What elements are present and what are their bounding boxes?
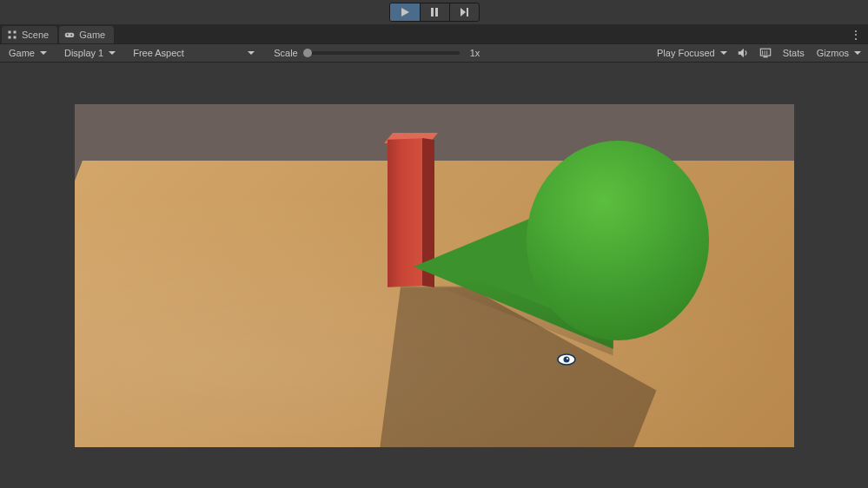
svg-rect-12 (68, 34, 69, 36)
play-icon (400, 7, 410, 17)
svg-rect-7 (9, 36, 11, 39)
chevron-down-icon (720, 51, 727, 55)
pause-button[interactable] (420, 3, 449, 21)
tab-game-label: Game (79, 30, 105, 40)
game-view[interactable] (75, 104, 794, 447)
svg-rect-6 (14, 31, 17, 34)
monitor-icon (759, 47, 772, 59)
play-mode-dropdown[interactable]: Play Focused (652, 44, 731, 62)
chevron-down-icon (109, 51, 116, 55)
tab-scene[interactable]: Scene (2, 26, 57, 43)
svg-marker-13 (738, 49, 743, 58)
svg-marker-3 (461, 8, 466, 16)
stats-label: Stats (783, 48, 805, 58)
svg-rect-9 (65, 33, 75, 37)
chevron-down-icon (854, 51, 861, 55)
tab-game[interactable]: Game (59, 26, 114, 43)
gizmos-dropdown[interactable]: Gizmos (812, 44, 865, 62)
game-icon (64, 30, 75, 40)
tab-bar: Scene Game ⋮ (0, 24, 868, 43)
svg-point-10 (71, 34, 73, 36)
mute-audio-button[interactable] (732, 45, 753, 61)
scale-value: 1x (470, 48, 480, 58)
aspect-dropdown-label: Free Aspect (133, 48, 184, 58)
tab-menu-button[interactable]: ⋮ (850, 28, 861, 42)
svg-rect-5 (9, 31, 11, 34)
svg-rect-14 (760, 49, 770, 56)
scale-control: Scale 1x (267, 48, 652, 58)
tab-scene-label: Scene (22, 30, 49, 40)
green-cone-cap (527, 141, 709, 340)
scale-slider[interactable] (303, 51, 460, 55)
step-icon (459, 7, 469, 17)
pause-icon (429, 7, 440, 17)
step-button[interactable] (449, 3, 479, 21)
stats-button[interactable]: Stats (778, 45, 810, 61)
scale-slider-knob[interactable] (303, 49, 312, 57)
svg-rect-4 (467, 8, 468, 16)
vsync-button[interactable] (755, 45, 776, 61)
game-toolbar: Game Display 1 Free Aspect Scale 1x Play… (0, 43, 868, 63)
gizmos-label: Gizmos (817, 48, 849, 58)
play-mode-label: Play Focused (657, 48, 715, 58)
viewport-area (0, 63, 868, 488)
display-dropdown-label: Display 1 (64, 48, 103, 58)
svg-marker-0 (401, 8, 409, 16)
camera-dropdown[interactable]: Game (3, 44, 50, 62)
play-button-group (389, 3, 480, 22)
scale-label: Scale (274, 48, 298, 58)
camera-dropdown-label: Game (9, 48, 35, 58)
play-controls (0, 0, 868, 24)
chevron-down-icon (248, 51, 255, 55)
svg-rect-8 (14, 36, 17, 39)
display-dropdown[interactable]: Display 1 (59, 44, 119, 62)
aspect-dropdown[interactable]: Free Aspect (128, 44, 258, 62)
speaker-icon (737, 47, 749, 59)
svg-rect-1 (431, 8, 434, 16)
play-button[interactable] (390, 3, 420, 21)
chevron-down-icon (40, 51, 47, 55)
svg-rect-15 (763, 56, 767, 57)
svg-rect-2 (435, 8, 438, 16)
scene-icon (7, 30, 17, 40)
